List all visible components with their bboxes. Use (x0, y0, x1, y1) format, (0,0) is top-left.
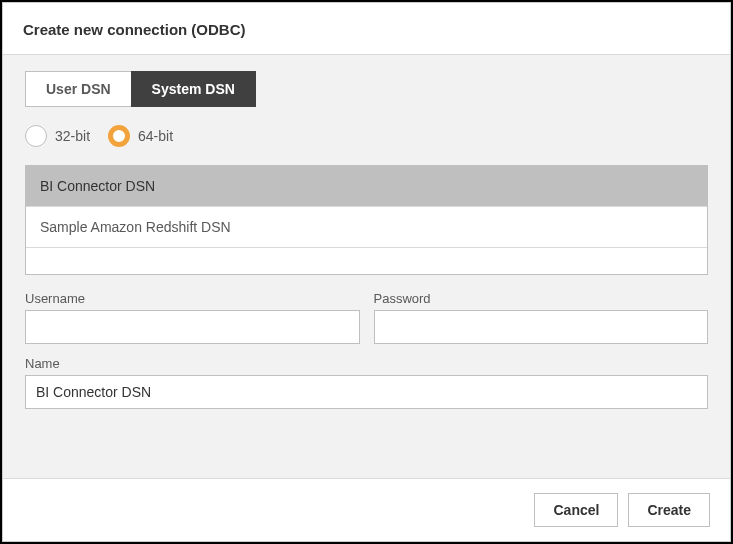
odbc-connection-dialog: Create new connection (ODBC) User DSN Sy… (2, 2, 731, 542)
credentials-row: Username Password (25, 291, 708, 344)
name-field-group: Name (25, 356, 708, 409)
username-label: Username (25, 291, 360, 306)
password-input[interactable] (374, 310, 709, 344)
password-label: Password (374, 291, 709, 306)
dsn-list: BI Connector DSN Sample Amazon Redshift … (25, 165, 708, 275)
radio-icon (25, 125, 47, 147)
name-label: Name (25, 356, 708, 371)
radio-64bit[interactable]: 64-bit (108, 125, 173, 147)
name-input[interactable] (25, 375, 708, 409)
bitness-radio-group: 32-bit 64-bit (25, 125, 708, 147)
username-field-group: Username (25, 291, 360, 344)
dialog-body: User DSN System DSN 32-bit 64-bit BI Con… (3, 55, 730, 478)
radio-32bit-label: 32-bit (55, 128, 90, 144)
radio-icon (108, 125, 130, 147)
name-row: Name (25, 356, 708, 409)
password-field-group: Password (374, 291, 709, 344)
create-button[interactable]: Create (628, 493, 710, 527)
radio-64bit-label: 64-bit (138, 128, 173, 144)
radio-32bit[interactable]: 32-bit (25, 125, 90, 147)
dsn-list-empty-row (26, 248, 707, 274)
tab-system-dsn[interactable]: System DSN (131, 71, 256, 107)
dialog-footer: Cancel Create (3, 478, 730, 541)
dialog-header: Create new connection (ODBC) (3, 3, 730, 55)
username-input[interactable] (25, 310, 360, 344)
dsn-list-item[interactable]: Sample Amazon Redshift DSN (26, 207, 707, 248)
tab-user-dsn[interactable]: User DSN (25, 71, 131, 107)
dsn-list-item[interactable]: BI Connector DSN (26, 166, 707, 207)
dialog-title: Create new connection (ODBC) (23, 21, 710, 38)
dsn-tab-group: User DSN System DSN (25, 71, 708, 107)
cancel-button[interactable]: Cancel (534, 493, 618, 527)
